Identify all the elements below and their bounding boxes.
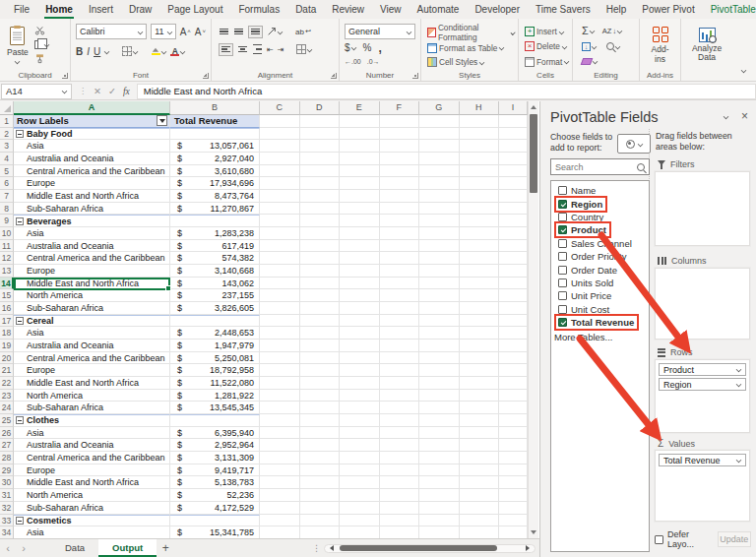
borders-button[interactable] [122, 46, 138, 56]
cell-A29[interactable]: Europe [14, 464, 170, 477]
cell-A12[interactable]: Central America and the Caribbean [14, 252, 170, 265]
cell-H23[interactable] [460, 390, 500, 402]
cell-E2[interactable] [340, 128, 380, 141]
row-header-21[interactable]: 21 [0, 364, 14, 377]
cell-A3[interactable]: Asia [14, 140, 170, 153]
select-all-corner[interactable] [0, 101, 14, 115]
row-header-34[interactable]: 34 [0, 526, 14, 538]
cell-I7[interactable] [499, 190, 528, 203]
cell-D20[interactable] [300, 352, 341, 365]
field-item-total-revenue[interactable]: Total Revenue [554, 316, 649, 329]
number-format-select[interactable]: General [345, 24, 415, 39]
underline-button[interactable]: U [94, 46, 100, 57]
cell-A17[interactable]: Cereal [14, 315, 170, 328]
cell-D9[interactable] [300, 215, 341, 227]
row-header-31[interactable]: 31 [0, 489, 14, 502]
cell-H21[interactable] [460, 364, 500, 377]
cell-B14[interactable]: $143,062 [170, 278, 260, 290]
cell-B11[interactable]: $617,419 [170, 240, 260, 253]
cell-A11[interactable]: Australia and Oceania [14, 240, 170, 253]
filter-dropdown-button[interactable] [157, 115, 167, 126]
cell-C28[interactable] [260, 452, 300, 464]
cell-B22[interactable]: $11,522,080 [170, 377, 260, 390]
cell-H12[interactable] [460, 252, 500, 265]
decrease-indent-button[interactable]: ⇤ [267, 45, 274, 54]
cell-H25[interactable] [460, 414, 500, 427]
cell-D6[interactable] [300, 177, 341, 190]
cell-E11[interactable] [340, 240, 380, 253]
cell-F9[interactable] [380, 215, 420, 227]
cell-H34[interactable] [460, 526, 500, 538]
ribbon-tab-review[interactable]: Review [324, 0, 372, 19]
cell-E18[interactable] [340, 327, 380, 340]
format-painter-button[interactable] [34, 51, 49, 65]
cell-D17[interactable] [300, 315, 341, 328]
cell-E22[interactable] [340, 377, 380, 390]
row-header-25[interactable]: 25 [0, 414, 14, 427]
chevron-down-icon[interactable] [104, 48, 110, 54]
alignment-dialog-launcher[interactable] [331, 73, 337, 79]
row-header-5[interactable]: 5 [0, 165, 14, 178]
horizontal-scrollbar[interactable] [324, 544, 536, 553]
sheet-tab-output[interactable]: Output [98, 539, 157, 557]
cell-I18[interactable] [499, 327, 528, 340]
cell-A22[interactable]: Middle East and North Africa [14, 377, 170, 390]
cell-A4[interactable]: Australia and Oceania [14, 153, 170, 165]
increase-indent-button[interactable]: ⇥ [278, 45, 284, 54]
cell-C22[interactable] [260, 377, 300, 390]
cell-G29[interactable] [419, 464, 460, 477]
values-chip-total-revenue[interactable]: Total Revenue [659, 454, 746, 466]
cell-F11[interactable] [380, 240, 420, 253]
cell-F19[interactable] [380, 340, 420, 352]
cell-A8[interactable]: Sub-Saharan Africa [14, 203, 170, 216]
cell-C10[interactable] [260, 227, 300, 240]
cell-H26[interactable] [460, 427, 500, 440]
cell-F16[interactable] [380, 302, 420, 315]
field-checkbox[interactable] [558, 318, 567, 327]
cell-C1[interactable] [260, 115, 300, 128]
cell-I13[interactable] [499, 265, 528, 278]
cell-G27[interactable] [419, 439, 460, 452]
cell-G16[interactable] [419, 302, 460, 315]
cell-C26[interactable] [260, 427, 300, 440]
cell-A24[interactable]: Sub-Saharan Africa [14, 402, 170, 414]
cell-I16[interactable] [499, 302, 528, 315]
cell-A30[interactable]: Middle East and North Africa [14, 476, 170, 489]
cell-A27[interactable]: Australia and Oceania [14, 439, 170, 452]
cell-G32[interactable] [419, 502, 460, 515]
cell-E3[interactable] [340, 140, 380, 153]
cell-H14[interactable] [460, 278, 500, 290]
cell-F17[interactable] [380, 315, 420, 328]
cell-I17[interactable] [499, 315, 528, 328]
cell-G7[interactable] [419, 190, 460, 203]
row-header-23[interactable]: 23 [0, 390, 14, 402]
cell-D21[interactable] [300, 364, 341, 377]
comma-format-button[interactable]: , [378, 41, 381, 55]
column-header-H[interactable]: H [460, 101, 500, 115]
align-right-button[interactable] [252, 43, 263, 56]
cell-G14[interactable] [419, 278, 460, 290]
cell-C18[interactable] [260, 327, 300, 340]
scroll-down-button[interactable] [529, 526, 538, 538]
cell-F1[interactable] [380, 115, 420, 128]
cell-D18[interactable] [300, 327, 341, 340]
cell-B33[interactable] [170, 515, 260, 527]
cell-B1[interactable]: Total Revenue [170, 115, 260, 128]
row-header-24[interactable]: 24 [0, 402, 14, 414]
cell-C8[interactable] [260, 203, 300, 216]
row-header-11[interactable]: 11 [0, 240, 14, 253]
cell-H18[interactable] [460, 327, 500, 340]
cell-C12[interactable] [260, 252, 300, 265]
cell-I14[interactable] [499, 278, 528, 290]
wrap-text-button[interactable]: ab↩ [295, 28, 311, 36]
cell-G23[interactable] [419, 390, 460, 402]
cell-B3[interactable]: $13,057,061 [170, 140, 260, 153]
cell-I28[interactable] [499, 452, 528, 464]
ribbon-tab-power-pivot[interactable]: Power Pivot [634, 0, 702, 19]
ribbon-tab-formulas[interactable]: Formulas [230, 0, 287, 19]
cell-A10[interactable]: Asia [14, 227, 170, 240]
cell-B2[interactable] [170, 128, 260, 141]
cell-C15[interactable] [260, 289, 300, 302]
cell-A18[interactable]: Asia [14, 327, 170, 340]
cell-C11[interactable] [260, 240, 300, 253]
